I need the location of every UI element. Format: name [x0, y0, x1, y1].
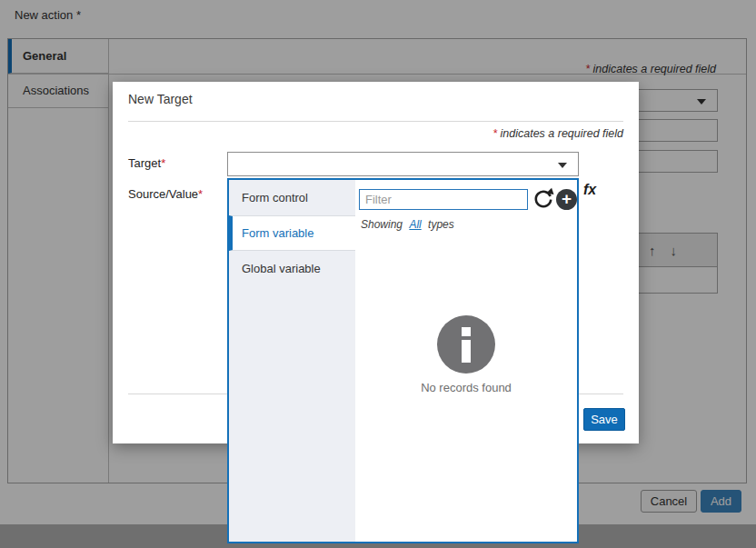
- required-asterisk: *: [492, 127, 497, 140]
- picker-tab-label: Global variable: [242, 262, 321, 275]
- picker-tab-form-control[interactable]: Form control: [229, 180, 355, 215]
- source-label-text: Source/Value: [128, 187, 198, 201]
- fx-expression-toggle-icon[interactable]: fx: [583, 182, 596, 198]
- modal-header-divider: [128, 121, 623, 122]
- target-dropdown[interactable]: [227, 152, 579, 176]
- required-note-text: indicates a required field: [501, 127, 624, 140]
- showing-suffix: types: [428, 218, 454, 231]
- target-label-text: Target: [128, 156, 161, 170]
- refresh-icon[interactable]: [532, 187, 555, 211]
- chevron-down-icon: [558, 163, 567, 168]
- modal-required-note: * indicates a required field: [492, 127, 623, 140]
- showing-types-note: Showing All types: [361, 218, 454, 231]
- empty-state: No records found: [355, 315, 577, 394]
- empty-state-message: No records found: [355, 381, 577, 394]
- picker-tab-global-variable[interactable]: Global variable: [229, 251, 355, 286]
- filter-input[interactable]: [359, 189, 528, 210]
- save-button[interactable]: Save: [583, 408, 625, 431]
- picker-tabstrip: Form control Form variable Global variab…: [229, 180, 355, 542]
- picker-tab-label: Form variable: [242, 226, 313, 240]
- info-icon: [437, 315, 495, 374]
- picker-tab-form-variable[interactable]: Form variable: [229, 215, 355, 251]
- picker-tab-label: Form control: [242, 191, 308, 204]
- modal-title: New Target: [128, 92, 193, 106]
- source-value-field-label: Source/Value*: [128, 187, 203, 201]
- source-required-asterisk: *: [198, 187, 203, 201]
- add-variable-icon[interactable]: +: [556, 189, 577, 210]
- target-required-asterisk: *: [161, 156, 165, 170]
- picker-content: + Showing All types No records found: [355, 180, 577, 542]
- source-picker-popup: Form control Form variable Global variab…: [227, 178, 579, 543]
- target-field-label: Target*: [128, 156, 165, 170]
- showing-prefix: Showing: [361, 218, 403, 231]
- app-window: New action * General Associations * indi…: [0, 0, 756, 548]
- showing-all-link[interactable]: All: [409, 218, 421, 231]
